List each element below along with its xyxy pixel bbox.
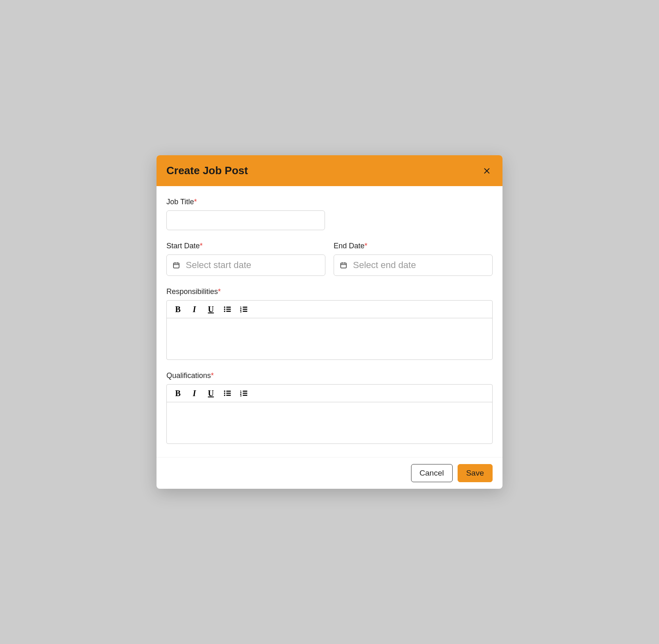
end-date-label: End Date* [334,242,493,250]
svg-point-18 [224,394,225,396]
date-row: Start Date* Select start date End Date* [166,242,493,276]
modal-footer: Cancel Save [157,457,502,489]
underline-button[interactable]: U [206,388,216,399]
underline-icon: U [208,305,214,314]
svg-rect-11 [243,309,248,310]
responsibilities-textarea[interactable] [167,318,492,359]
start-date-group: Start Date* Select start date [166,242,325,276]
ordered-list-icon: 1 2 3 [240,389,248,397]
responsibilities-group: Responsibilities* B I U [166,287,493,360]
ordered-list-button[interactable]: 1 2 3 [238,304,249,315]
modal-body: Job Title* Start Date* Select start date [157,186,502,457]
job-title-label: Job Title* [166,198,493,206]
qualifications-editor: B I U 1 2 3 [166,384,493,444]
responsibilities-editor: B I U 1 2 3 [166,300,493,360]
end-date-placeholder: Select end date [353,260,416,271]
calendar-icon [340,261,347,269]
svg-point-14 [224,390,225,392]
italic-icon: I [193,389,196,398]
start-date-placeholder: Select start date [186,260,251,271]
svg-point-4 [224,308,225,310]
svg-rect-17 [227,393,231,394]
create-job-post-modal: Create Job Post Job Title* Start Date* [157,155,502,489]
job-title-group: Job Title* [166,198,493,230]
responsibilities-label: Responsibilities* [166,287,493,296]
modal-title: Create Job Post [166,164,248,177]
start-date-input[interactable]: Select start date [166,254,325,276]
calendar-icon [173,261,180,269]
ordered-list-icon: 1 2 3 [240,305,248,313]
svg-text:3: 3 [240,310,242,313]
required-marker: * [200,242,203,250]
svg-rect-3 [227,307,231,308]
bold-button[interactable]: B [173,388,183,399]
svg-rect-13 [243,311,248,312]
job-title-input[interactable] [166,210,325,230]
close-button[interactable] [481,165,493,177]
bold-button[interactable]: B [173,304,183,315]
svg-rect-15 [227,391,231,392]
end-date-group: End Date* Select end date [334,242,493,276]
editor-toolbar: B I U 1 2 3 [167,301,492,318]
svg-rect-19 [227,395,231,396]
qualifications-group: Qualifications* B I U [166,371,493,444]
svg-rect-21 [243,391,248,392]
bullet-list-button[interactable] [222,388,233,399]
svg-text:3: 3 [240,394,242,397]
close-icon [482,166,491,175]
italic-button[interactable]: I [189,388,200,399]
bullet-list-button[interactable] [222,304,233,315]
required-marker: * [194,198,197,206]
svg-rect-9 [243,307,248,308]
underline-icon: U [208,389,214,398]
svg-rect-23 [243,393,248,394]
qualifications-textarea[interactable] [167,402,492,443]
required-marker: * [218,287,221,296]
bold-icon: B [175,389,180,398]
svg-point-2 [224,306,225,308]
start-date-label: Start Date* [166,242,325,250]
svg-rect-7 [227,311,231,312]
italic-button[interactable]: I [189,304,200,315]
modal-header: Create Job Post [157,155,502,186]
bold-icon: B [175,305,180,314]
underline-button[interactable]: U [206,304,216,315]
end-date-input[interactable]: Select end date [334,254,493,276]
italic-icon: I [193,305,196,314]
ordered-list-button[interactable]: 1 2 3 [238,388,249,399]
cancel-button[interactable]: Cancel [411,464,453,482]
bullet-list-icon [223,389,231,397]
editor-toolbar: B I U 1 2 3 [167,385,492,402]
svg-rect-1 [341,263,346,268]
svg-rect-0 [173,263,179,268]
required-marker: * [365,242,367,250]
svg-point-6 [224,310,225,312]
svg-rect-5 [227,309,231,310]
save-button[interactable]: Save [458,464,493,482]
svg-rect-25 [243,395,248,396]
qualifications-label: Qualifications* [166,371,493,380]
bullet-list-icon [223,305,231,313]
required-marker: * [211,371,214,380]
svg-point-16 [224,392,225,394]
